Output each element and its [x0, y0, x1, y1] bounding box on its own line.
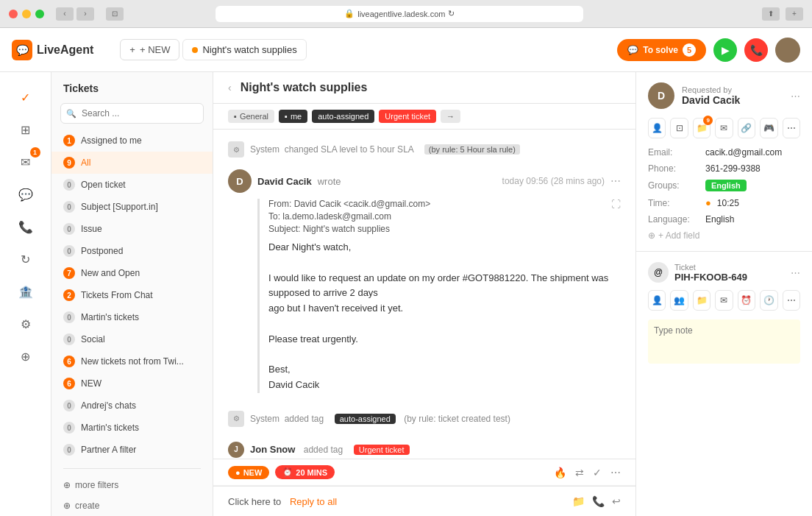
url-bar[interactable]: 🔒 liveagentlive.ladesk.com ↻ [216, 6, 583, 22]
ticket-icon-more[interactable]: ⋯ [783, 290, 800, 311]
ticket-item-label: Subject [Support.in] [81, 202, 158, 212]
active-tab[interactable]: Night's watch supplies [182, 39, 306, 60]
system-message-sla: ⚙ System changed SLA level to 5 hour SLA… [228, 141, 621, 158]
customer-icon-1[interactable]: 👤 [648, 118, 666, 138]
call-icon-button[interactable]: 📞 [744, 38, 768, 62]
more-filters-button[interactable]: ⊕ more filters [51, 475, 213, 495]
customer-icon-5[interactable]: 🔗 [738, 118, 755, 138]
customer-avatar: D [648, 82, 674, 109]
ticket-list-item[interactable]: 0 Partner A filter [51, 439, 213, 461]
email-to: To: la.demo.ladesk@gmail.com [268, 211, 621, 222]
ticket-item-label: Postponed [81, 246, 123, 256]
customer-icon-4[interactable]: ✉ [715, 118, 733, 138]
sidebar-item-add[interactable]: ⊕ [13, 343, 39, 370]
ticket-more-button[interactable]: ⋯ [791, 267, 800, 278]
message-avatar: D [228, 169, 252, 193]
customer-icon-2[interactable]: ⊡ [670, 118, 688, 138]
reply-to-all-bar[interactable]: Click here to Reply to all 📁 📞 ↩ [213, 486, 635, 516]
minimize-button[interactable] [22, 10, 31, 18]
ticket-list-item[interactable]: 0 Postponed [51, 240, 213, 262]
to-solve-button[interactable]: 💬 To solve 5 [617, 39, 706, 61]
ticket-info: Ticket PIH-FKOOB-649 [674, 263, 785, 283]
logo-text: LiveAgent [37, 43, 93, 57]
phone-reply-icon[interactable]: 📞 [592, 495, 605, 507]
sidebar-item-chat[interactable]: 💬 [13, 181, 39, 208]
ticket-icon-1[interactable]: 👤 [648, 290, 666, 311]
ticket-list-item[interactable]: 0 Martin's tickets [51, 417, 213, 439]
sidebar-item-dashboard[interactable]: ⊞ [13, 116, 39, 143]
reply-to-all-link[interactable]: Reply to all [290, 496, 337, 507]
sidebar-item-knowledge[interactable]: 🏦 [13, 278, 39, 305]
sidebar-item-settings[interactable]: ⚙ [13, 311, 39, 337]
add-field-button[interactable]: ⊕ + Add field [648, 230, 800, 241]
fullscreen-button[interactable] [35, 10, 44, 18]
ticket-list-item[interactable]: 1 Assigned to me [51, 130, 213, 152]
ticket-icon-6[interactable]: 🕐 [760, 290, 777, 311]
logo: 💬 LiveAgent [12, 40, 93, 60]
ticket-icon-4[interactable]: ✉ [715, 290, 733, 311]
tag-me[interactable]: ▪ me [279, 110, 307, 123]
customer-more-button[interactable]: ⋯ [791, 91, 800, 102]
note-textarea[interactable] [648, 319, 800, 364]
ticket-list-item[interactable]: 6 New tickets not from Twi... [51, 350, 213, 372]
share-button[interactable]: ⬆ [762, 7, 780, 21]
search-input[interactable] [60, 103, 204, 124]
tag-auto-assigned[interactable]: auto-assigned [312, 110, 374, 123]
ticket-badge: 0 [63, 400, 75, 411]
ticket-icon-3[interactable]: 📁 [693, 290, 710, 311]
reload-icon[interactable]: ↻ [448, 9, 455, 18]
new-tab-button[interactable]: + [786, 7, 803, 21]
customer-icon-6[interactable]: 🎮 [760, 118, 777, 138]
check-reply-icon[interactable]: ✓ [593, 467, 602, 478]
ticket-badge: 6 [63, 378, 75, 389]
reply-arrow-icon[interactable]: ↩ [612, 495, 621, 507]
ticket-list-item[interactable]: 0 Social [51, 328, 213, 350]
ticket-divider [63, 468, 201, 469]
attach-icon[interactable]: 📁 [572, 495, 585, 507]
ticket-list-item[interactable]: 0 Andrej's chats [51, 395, 213, 417]
ticket-list-item[interactable]: 6 NEW [51, 372, 213, 395]
forward-button[interactable]: › [76, 7, 94, 21]
new-tab[interactable]: + + NEW [120, 39, 179, 60]
forward-reply-icon[interactable]: ⇄ [575, 467, 584, 478]
tag-general[interactable]: ▪ General [228, 110, 274, 123]
chat-header: ‹ Night's watch supplies [213, 72, 635, 104]
more-reply-icon[interactable]: ⋯ [610, 467, 621, 478]
create-button[interactable]: ⊕ create [51, 495, 213, 516]
new-tab-icon: + [129, 44, 135, 55]
customer-icon-more[interactable]: ⋯ [783, 118, 800, 138]
email-sign2: David Cacik [268, 378, 621, 393]
customer-name: David Cacik [682, 94, 740, 106]
sidebar-item-tickets[interactable]: ✓ [13, 84, 39, 110]
message-options-button[interactable]: ⋯ [610, 175, 621, 187]
ticket-list-item[interactable]: 6 New [51, 461, 213, 462]
ticket-icon-5[interactable]: ⏰ [738, 290, 755, 311]
reply-timer-tag: ⏰ 20 MINS [275, 465, 335, 479]
collapse-button[interactable]: ‹ [228, 82, 232, 93]
ticket-list-item[interactable]: 0 Subject [Support.in] [51, 196, 213, 218]
ticket-list-item[interactable]: 0 Open ticket [51, 174, 213, 196]
ticket-icon-2[interactable]: 👥 [670, 290, 688, 311]
sidebar-item-reports[interactable]: ↻ [13, 246, 39, 272]
user-avatar-button[interactable] [775, 38, 800, 63]
tag-more-button[interactable]: → [441, 110, 460, 123]
ticket-badge: 0 [63, 311, 75, 323]
ticket-list-item[interactable]: 7 New and Open [51, 262, 213, 284]
expand-icon[interactable]: ⛶ [611, 199, 621, 210]
ticket-list-item[interactable]: 0 Martin's tickets [51, 306, 213, 328]
ticket-list-item[interactable]: 0 Issue [51, 218, 213, 240]
customer-icon-3[interactable]: 📁 9 [693, 118, 710, 138]
close-button[interactable] [9, 10, 18, 18]
fire-icon[interactable]: 🔥 [554, 467, 566, 478]
ticket-list-item[interactable]: 2 Tickets From Chat [51, 284, 213, 306]
ticket-list-item[interactable]: 9 All [51, 152, 213, 174]
groups-value: English [705, 180, 747, 191]
back-button[interactable]: ‹ [56, 7, 74, 21]
tab-view-button[interactable]: ⊡ [106, 7, 124, 21]
ticket-item-label: New tickets not from Twi... [81, 356, 184, 367]
right-panel: D Requested by David Cacik ⋯ 👤 ⊡ 📁 9 ✉ [635, 72, 812, 516]
status-icon-button[interactable]: ▶ [713, 38, 737, 62]
sidebar-item-mail[interactable]: ✉ 1 [13, 149, 39, 175]
sidebar-item-phone[interactable]: 📞 [13, 213, 39, 240]
tag-urgent[interactable]: Urgent ticket [379, 110, 436, 123]
